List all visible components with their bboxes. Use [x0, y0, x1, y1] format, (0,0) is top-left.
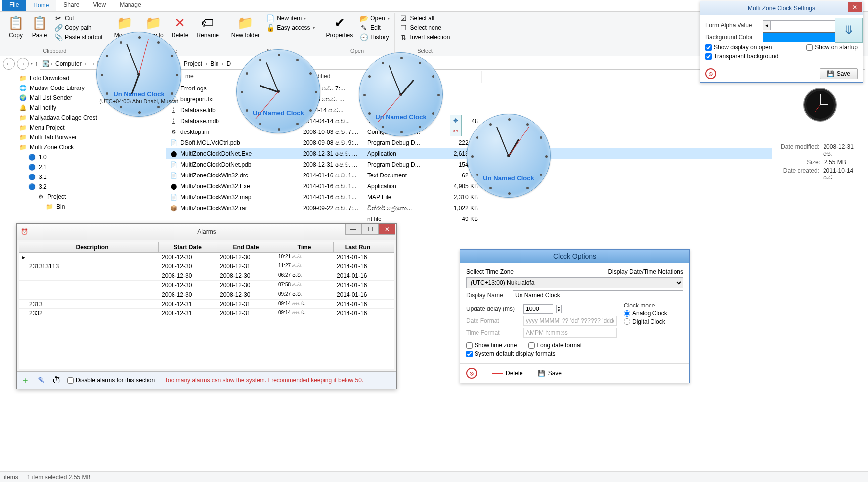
- edit-button[interactable]: ✎Edit: [358, 23, 391, 32]
- new-item-icon: 📄: [266, 14, 274, 22]
- digital-radio[interactable]: [624, 318, 630, 325]
- move-icon: 📁: [117, 15, 132, 31]
- shortcut-icon: 📎: [54, 33, 62, 41]
- nav-item[interactable]: 📁Multi Tab Borwser: [19, 132, 165, 142]
- copy-button[interactable]: 📋Copy: [5, 14, 27, 40]
- tab-share[interactable]: Share: [56, 0, 86, 11]
- options-delete-button[interactable]: Delete: [492, 370, 523, 377]
- bg-label: Background Color: [705, 34, 760, 41]
- options-warn-icon[interactable]: ⦸: [466, 368, 477, 379]
- new-item-button[interactable]: 📄New item▾: [264, 14, 316, 23]
- clock-widget-2[interactable]: Un Named Clock: [236, 49, 320, 133]
- tab-file[interactable]: File: [2, 0, 26, 11]
- settings-warn-icon[interactable]: ⦸: [705, 68, 716, 79]
- nav-item[interactable]: 🔵3.2: [19, 182, 165, 192]
- alarms-max-button[interactable]: ☐: [362, 224, 379, 235]
- show-tz-check[interactable]: [466, 342, 473, 349]
- alarms-title: ⏰ Alarms — ☐ ✕: [17, 224, 396, 240]
- status-selected: 1 item selected 2.55 MB: [27, 474, 91, 481]
- easy-access-button[interactable]: 🔓Easy access▾: [264, 23, 316, 32]
- file-row[interactable]: 📦MultiZoneClockWin32.rar2009-09-22 ප.ව. …: [166, 203, 772, 214]
- nav-item[interactable]: ⚙Project: [19, 192, 165, 202]
- clock-widget-1[interactable]: Un Named Clock (UTC+04:00) Abu Dhabi, Mu…: [96, 32, 181, 117]
- nav-item[interactable]: 📁Menu Project: [19, 123, 165, 132]
- settings-close-button[interactable]: ✕: [848, 2, 862, 12]
- file-icon: 📄: [170, 161, 177, 169]
- col-end-date[interactable]: End Date: [217, 242, 275, 252]
- folder-icon: 📁: [45, 203, 53, 211]
- alarms-close-button[interactable]: ✕: [379, 224, 395, 235]
- alarm-row[interactable]: 2008-12-302008-12-3007:58 ප.ව.2014-01-16: [19, 281, 394, 290]
- drag-helper[interactable]: ✥ ✂: [450, 115, 462, 136]
- easy-icon: 🔓: [266, 24, 274, 32]
- invert-selection-button[interactable]: ⇅Invert selection: [398, 33, 452, 42]
- file-icon: ⬤: [170, 182, 177, 190]
- sys-default-check[interactable]: [466, 351, 473, 357]
- col-last-run[interactable]: Last Run: [334, 242, 382, 252]
- long-date-check[interactable]: [528, 342, 535, 349]
- edit-icon: ✎: [360, 24, 368, 32]
- options-save-button[interactable]: 💾Save: [538, 370, 562, 377]
- analog-radio[interactable]: [624, 310, 630, 317]
- show-on-startup-check[interactable]: [806, 44, 813, 51]
- clock-widget-4[interactable]: Un Named Clock: [467, 114, 551, 198]
- select-all-button[interactable]: ☑Select all: [398, 14, 452, 23]
- nav-item[interactable]: 📁Multi Zone Clock: [19, 142, 165, 152]
- file-row[interactable]: nt file49 KB: [166, 214, 772, 224]
- edit-alarm-button[interactable]: ✎: [36, 375, 46, 386]
- properties-button[interactable]: ✔Properties: [323, 14, 356, 40]
- col-start-date[interactable]: Start Date: [159, 242, 217, 252]
- selall-icon: ☑: [400, 14, 408, 22]
- file-thumbnail: [796, 81, 844, 129]
- copy-path-button[interactable]: 🔗Copy path: [52, 23, 105, 32]
- clock-alarm-button[interactable]: ⏱: [51, 375, 62, 386]
- alarm-row[interactable]: 2008-12-302008-12-3009:27 ප.ව.2014-01-16: [19, 290, 394, 300]
- col-description[interactable]: Description: [26, 242, 159, 252]
- col-size[interactable]: [437, 71, 482, 83]
- history-button[interactable]: 🕘History: [358, 33, 391, 42]
- clock-widget-3[interactable]: Un Named Clock: [359, 52, 443, 136]
- folder-icon: 📁: [19, 74, 27, 82]
- alarms-window: ⏰ Alarms — ☐ ✕ Description Start Date En…: [16, 223, 397, 389]
- alarms-min-button[interactable]: —: [345, 224, 362, 235]
- disable-alarms-check[interactable]: [67, 377, 74, 384]
- alarm-row[interactable]: 2313131132008-12-302008-12-3111:27 ප.ව.2…: [19, 262, 394, 271]
- cut-button[interactable]: ✂Cut: [52, 14, 105, 23]
- history-icon: 🕘: [360, 33, 368, 41]
- tab-view[interactable]: View: [86, 0, 113, 11]
- new-folder-button[interactable]: 📁New folder: [228, 14, 262, 40]
- open-button[interactable]: 📂Open▾: [358, 14, 391, 23]
- alarms-grid: Description Start Date End Date Time Las…: [19, 242, 394, 369]
- timezone-select[interactable]: (UTC+13:00) Nuku'alofa: [466, 277, 683, 288]
- alarm-row[interactable]: 2008-12-302008-12-3006:27 ප.ව.2014-01-16: [19, 271, 394, 281]
- display-name-input[interactable]: [513, 290, 683, 300]
- tab-home[interactable]: Home: [26, 0, 56, 11]
- alpha-dec[interactable]: ◂: [763, 20, 771, 30]
- nav-item[interactable]: 🔵2.1: [19, 162, 165, 172]
- alarm-row[interactable]: 23322008-12-312008-12-3109:14 පෙ.ව.2014-…: [19, 309, 394, 318]
- delay-input[interactable]: [523, 304, 553, 314]
- select-none-button[interactable]: ☐Select none: [398, 23, 452, 32]
- collapse-icon[interactable]: ⤋: [835, 18, 863, 43]
- alarm-row[interactable]: 23132008-12-312008-12-3109:14 පෙ.ව.2014-…: [19, 300, 394, 309]
- show-on-open-check[interactable]: [705, 44, 712, 51]
- paste-button[interactable]: 📋Paste: [29, 14, 50, 40]
- tab-manage[interactable]: Manage: [113, 0, 148, 11]
- file-icon: 📄: [170, 172, 177, 179]
- history-dropdown[interactable]: ▾: [31, 61, 33, 66]
- up-button[interactable]: ↑: [35, 60, 38, 67]
- back-button[interactable]: ←: [3, 58, 15, 70]
- add-alarm-button[interactable]: ＋: [20, 375, 31, 386]
- nav-item[interactable]: 🔵1.0: [19, 152, 165, 162]
- forward-button[interactable]: →: [17, 58, 29, 70]
- rename-button[interactable]: 🏷Rename: [193, 14, 221, 40]
- delay-spinner[interactable]: ▴▾: [556, 305, 562, 313]
- folder-icon: 🔵: [28, 163, 36, 171]
- options-window: Clock Options Sellect Time Zone Display …: [460, 249, 690, 383]
- nav-item[interactable]: 📁Bin: [19, 202, 165, 212]
- alarm-row[interactable]: ▸2008-12-302008-12-3010:21 ප.ව.2014-01-1…: [19, 253, 394, 262]
- nav-item[interactable]: 🔵3.1: [19, 172, 165, 182]
- settings-save-button[interactable]: 💾Save: [820, 68, 858, 79]
- col-time[interactable]: Time: [275, 242, 334, 252]
- transparent-check[interactable]: [705, 53, 712, 60]
